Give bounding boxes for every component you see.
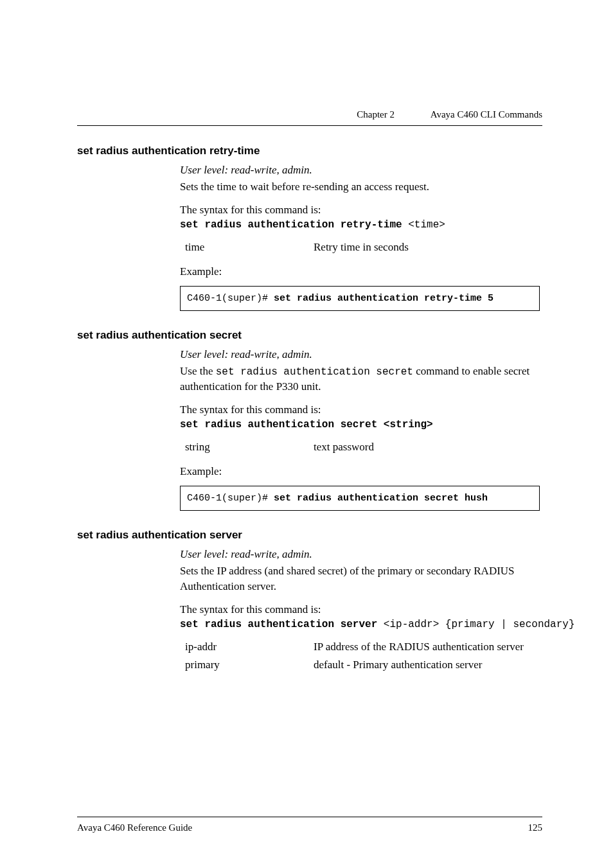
user-level: User level: read-write, admin. — [180, 547, 542, 562]
param-name: ip-addr — [180, 641, 314, 653]
section-heading-secret: set radius authentication secret — [77, 329, 542, 342]
example-box: C460-1(super)# set radius authentication… — [180, 486, 540, 511]
section-heading-retry-time: set radius authentication retry-time — [77, 145, 542, 157]
header-chapter: Chapter 2 — [357, 109, 395, 120]
desc-code: set radius authentication secret — [216, 366, 413, 378]
user-level: User level: read-write, admin. — [180, 163, 542, 178]
param-row: string text password — [180, 441, 542, 454]
param-desc: IP address of the RADIUS authentication … — [314, 641, 542, 653]
description: Sets the time to wait before re-sending … — [180, 179, 542, 195]
param-name: primary — [180, 659, 314, 671]
param-desc: default - Primary authentication server — [314, 659, 542, 671]
header-title: Avaya C460 CLI Commands — [431, 109, 542, 120]
page: Chapter 2 Avaya C460 CLI Commands set ra… — [0, 0, 613, 868]
content: set radius authentication retry-time Use… — [77, 145, 542, 683]
section-heading-server: set radius authentication server — [77, 529, 542, 542]
footer-title: Avaya C460 Reference Guide — [77, 822, 192, 833]
header-rule — [77, 125, 542, 126]
syntax-line: set radius authentication retry-time <ti… — [180, 218, 542, 232]
syntax-line: set radius authentication secret <string… — [180, 418, 542, 432]
description: Use the set radius authentication secret… — [180, 364, 542, 394]
example-command: set radius authentication retry-time 5 — [274, 293, 493, 304]
param-row: ip-addr IP address of the RADIUS authent… — [180, 641, 542, 653]
syntax-label: The syntax for this command is: — [180, 603, 542, 616]
param-row: primary default - Primary authentication… — [180, 659, 542, 671]
example-label: Example: — [180, 465, 542, 478]
syntax-args: <time> — [402, 219, 445, 231]
user-level: User level: read-write, admin. — [180, 347, 542, 362]
description: Sets the IP address (and shared secret) … — [180, 563, 542, 594]
page-number: 125 — [528, 822, 543, 833]
syntax-args: <ip-addr> {primary | secondary} — [377, 619, 574, 630]
example-prompt: C460-1(super)# — [187, 293, 274, 304]
syntax-command: set radius authentication retry-time — [180, 219, 402, 231]
desc-pre: Use the — [180, 365, 216, 377]
param-name: string — [180, 441, 314, 454]
example-box: C460-1(super)# set radius authentication… — [180, 286, 540, 311]
param-row: time Retry time in seconds — [180, 241, 542, 254]
example-command: set radius authentication secret hush — [274, 493, 488, 504]
example-prompt: C460-1(super)# — [187, 493, 274, 504]
syntax-line: set radius authentication server <ip-add… — [180, 617, 542, 632]
syntax-label: The syntax for this command is: — [180, 204, 542, 217]
param-name: time — [180, 241, 314, 254]
param-desc: Retry time in seconds — [314, 241, 542, 254]
syntax-label: The syntax for this command is: — [180, 403, 542, 416]
syntax-command: set radius authentication server — [180, 619, 377, 630]
param-desc: text password — [314, 441, 542, 454]
example-label: Example: — [180, 265, 542, 278]
page-footer: Avaya C460 Reference Guide 125 — [77, 817, 542, 833]
